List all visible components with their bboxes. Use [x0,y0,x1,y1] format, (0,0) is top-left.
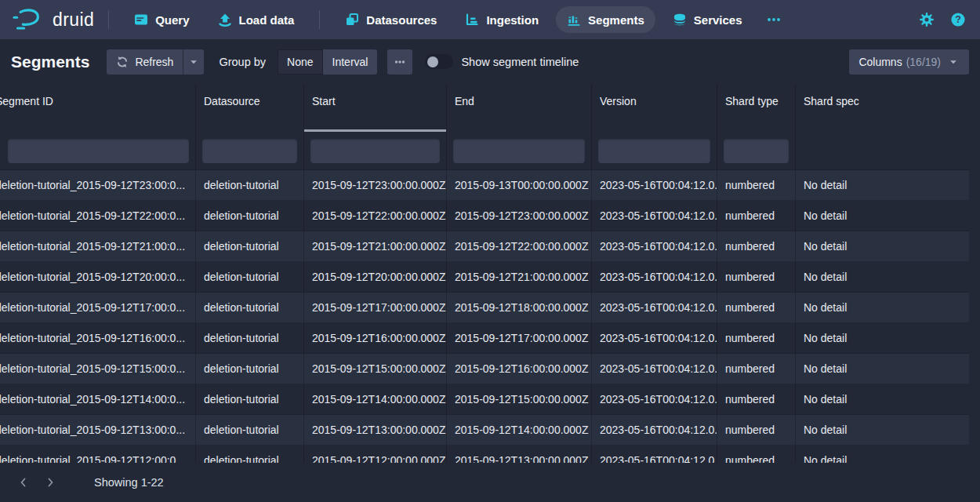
table-cell: numbered [717,384,796,414]
column-header-label: Version [600,95,637,107]
nav-item-query[interactable]: Query [123,6,200,33]
table-row[interactable]: deletion-tutorial_2015-09-12T20:00:0...d… [0,262,969,293]
table-cell: 2015-09-12T16:00:00.000Z [304,323,447,353]
chevron-down-icon [187,56,200,68]
nav-item-ingestion[interactable]: Ingestion [454,6,550,33]
column-header-label: Shard type [725,95,779,107]
segments-icon [567,13,581,27]
table-row[interactable]: deletion-tutorial_2015-09-12T15:00:0...d… [0,354,969,384]
filter-cell [304,132,447,169]
column-header-segment-id[interactable]: Segment ID [0,84,196,132]
nav-item-datasources[interactable]: Datasources [334,6,448,33]
group-by-none-button[interactable]: None [278,49,322,75]
table-cell: 2015-09-12T22:00:00.000Z [447,231,592,261]
segment-id-filter-input[interactable] [8,139,189,163]
columns-button[interactable]: Columns (16/19) [849,49,969,75]
table-cell: 2023-05-16T00:04:12.0... [592,262,717,292]
column-header-version[interactable]: Version [592,84,717,132]
filter-cell [447,132,592,169]
table-cell: deletion-tutorial_2015-09-12T20:00:0... [0,262,196,292]
table-cell: numbered [717,293,796,322]
nav-item-services[interactable]: Services [662,6,753,33]
table-cell: deletion-tutorial_2015-09-12T13:00:0... [0,415,196,445]
refresh-dropdown-button[interactable] [183,49,204,75]
table-row[interactable]: deletion-tutorial_2015-09-12T16:00:0...d… [0,323,969,354]
filter-cell [796,132,969,169]
chevron-left-icon [17,476,30,489]
segment-timeline-toggle-label: Show segment timeline [461,56,579,68]
table-cell: 2015-09-12T21:00:00.000Z [447,262,592,292]
table-cell: deletion-tutorial_2015-09-12T12:00:0... [0,446,196,463]
table-row[interactable]: deletion-tutorial_2015-09-12T12:00:0...d… [0,446,969,463]
table-cell: 2015-09-12T23:00:00.000Z [304,170,447,200]
datasource-filter-input[interactable] [202,139,297,163]
table-cell: numbered [717,231,796,261]
refresh-button[interactable]: Refresh [107,49,183,75]
table-cell: deletion-tutorial [196,201,304,231]
table-cell: deletion-tutorial_2015-09-12T15:00:0... [0,354,196,384]
refresh-button-label: Refresh [135,56,173,68]
table-cell: 2015-09-12T14:00:00.000Z [447,415,592,445]
nav-item-load-data[interactable]: Load data [207,6,306,33]
prev-page-button[interactable] [13,471,34,493]
version-filter-input[interactable] [598,139,710,163]
nav-item-segments[interactable]: Segments [556,6,655,33]
table-cell: deletion-tutorial [196,415,304,445]
table-cell: deletion-tutorial [196,384,304,414]
table-cell: No detail [796,323,969,353]
end-filter-input[interactable] [453,139,585,163]
chevron-right-icon [44,476,56,489]
table-cell: No detail [796,354,969,384]
table-row[interactable]: deletion-tutorial_2015-09-12T13:00:0...d… [0,415,969,446]
next-page-button[interactable] [39,471,61,493]
table-row[interactable]: deletion-tutorial_2015-09-12T22:00:0...d… [0,201,969,231]
table-cell: 2015-09-12T16:00:00.000Z [447,354,592,384]
table-row[interactable]: deletion-tutorial_2015-09-12T23:00:0...d… [0,170,969,201]
table-cell: 2015-09-12T22:00:00.000Z [304,201,447,231]
table-cell: No detail [796,446,969,463]
table-cell: numbered [717,262,796,292]
group-by-interval-button[interactable]: Interval [323,49,378,75]
table-cell: numbered [717,446,796,463]
table-row[interactable]: deletion-tutorial_2015-09-12T14:00:0...d… [0,384,969,415]
table-row[interactable]: deletion-tutorial_2015-09-12T21:00:0...d… [0,231,969,262]
svg-text:?: ? [955,14,961,25]
page-title: Segments [11,53,89,71]
table-cell: numbered [717,323,796,353]
table-cell: 2023-05-16T00:04:12.0... [592,293,717,322]
table-cell: 2023-05-16T00:04:12.0... [592,354,717,384]
table-cell: 2015-09-12T18:00:00.000Z [447,293,592,322]
query-icon [134,13,148,27]
table-cell: No detail [796,262,969,292]
start-filter-input[interactable] [310,139,440,163]
column-header-shard-spec[interactable]: Shard spec [796,84,969,132]
column-header-label: Shard spec [804,95,859,107]
druid-home-link[interactable]: druid [13,8,94,32]
table-cell: deletion-tutorial [196,323,304,353]
settings-button[interactable] [919,12,935,27]
table-cell: 2023-05-16T00:04:12.0... [592,323,717,353]
table-cell: 2023-05-16T00:04:12.0... [592,415,717,445]
group-by-button-group: None Interval [278,49,377,75]
segments-table: Segment ID Datasource Start End Version … [0,84,980,463]
table-body: deletion-tutorial_2015-09-12T23:00:0...d… [0,170,969,463]
column-header-start[interactable]: Start [304,84,447,132]
filter-cell [717,132,796,169]
toggle-knob [427,56,438,67]
services-icon [673,13,687,27]
table-filter-row [0,132,969,170]
column-header-shard-type[interactable]: Shard type [717,84,796,132]
segment-timeline-toggle[interactable] [425,54,453,69]
druid-console: druid Query Load data [0,0,980,502]
table-header-row: Segment ID Datasource Start End Version … [0,84,969,132]
shard-type-filter-input[interactable] [724,139,789,163]
table-cell: 2015-09-12T20:00:00.000Z [304,262,447,292]
nav-divider [319,10,320,29]
nav-more-button[interactable] [760,6,788,33]
toolbar-more-button[interactable] [387,49,412,75]
column-header-datasource[interactable]: Datasource [196,84,304,132]
column-header-end[interactable]: End [447,84,592,132]
help-button[interactable]: ? [950,12,966,27]
table-row[interactable]: deletion-tutorial_2015-09-12T17:00:0...d… [0,293,969,323]
pagination-bar: Showing 1-22 [0,463,980,502]
